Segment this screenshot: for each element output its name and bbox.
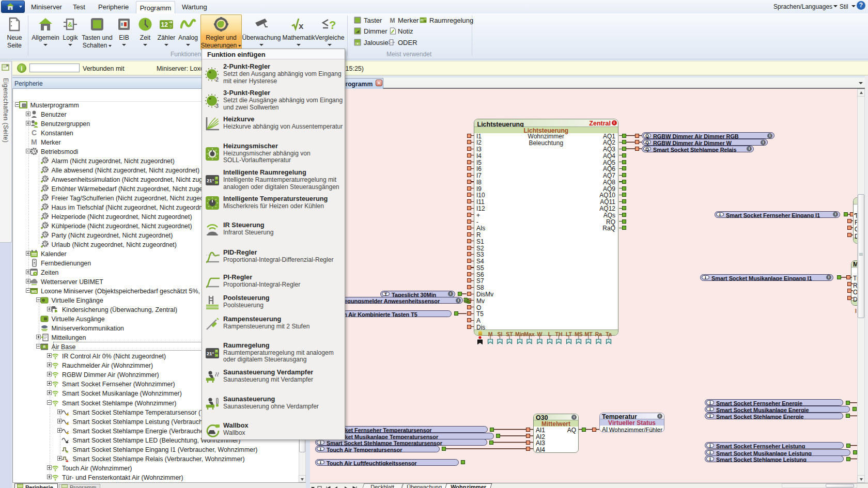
svg-text:21°: 21° [207,178,214,183]
svg-text:?: ? [169,24,172,29]
svg-text:+: + [215,349,218,353]
svg-text:C: C [32,129,37,137]
svg-text:?: ? [329,19,336,32]
svg-text:−: − [216,353,218,357]
svg-text:≥1: ≥1 [390,41,393,44]
svg-text:12: 12 [161,21,168,28]
svg-text:−: − [216,181,218,184]
svg-text:M: M [390,17,395,24]
svg-text:&: & [68,21,72,28]
svg-text:x: x [299,21,304,31]
svg-text:MS: MS [32,290,37,293]
svg-text:2: 2 [215,76,219,82]
svg-text:3: 3 [215,103,219,108]
svg-text:R: R [43,345,46,349]
svg-text:+: + [215,176,218,180]
svg-text:21°: 21° [420,19,424,22]
svg-text:21°: 21° [207,351,214,356]
svg-text:M: M [31,138,37,146]
